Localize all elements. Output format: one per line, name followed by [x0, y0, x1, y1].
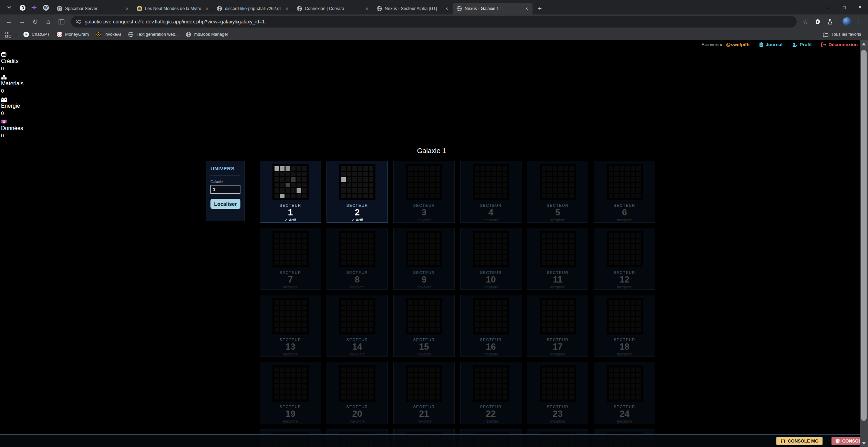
journal-link[interactable]: Journal	[759, 42, 783, 47]
sector-card-8[interactable]: SECTEUR 8 Inexploré	[327, 228, 388, 290]
sector-card-1[interactable]: SECTEUR 1 ✓Actif	[260, 161, 321, 223]
map-cell	[614, 317, 619, 321]
deconnexion-link[interactable]: Déconnexion	[821, 42, 858, 47]
tab-close-icon[interactable]: ×	[524, 6, 530, 12]
sector-card-9[interactable]: SECTEUR 9 Inexploré	[393, 228, 455, 290]
map-cell	[352, 183, 357, 187]
map-cell	[302, 244, 307, 249]
map-cell	[363, 322, 368, 327]
galaxie-input[interactable]	[210, 185, 240, 194]
bookmark-item[interactable]: InvokeAI	[92, 30, 125, 39]
map-cell	[547, 166, 552, 171]
address-bar[interactable]: galactic-pve-conquest-c7fe.dev.flatlogic…	[71, 16, 797, 28]
sector-card-7[interactable]: SECTEUR 7 Inexploré	[260, 228, 321, 290]
close-button[interactable]: ×	[852, 0, 868, 14]
map-cell	[297, 233, 301, 238]
extension-2-button[interactable]	[825, 17, 835, 27]
map-cell	[614, 384, 619, 389]
pinned-tab-1[interactable]	[17, 2, 28, 13]
console-adm-button[interactable]: CONSOLE ADM	[831, 437, 860, 445]
sector-card-17[interactable]: SECTEUR 17 Inexploré	[527, 295, 588, 357]
tab-5[interactable]: Nexus - Secteur Alpha [G1] ×	[373, 3, 453, 14]
page-scrollbar[interactable]	[860, 40, 868, 447]
map-cell	[609, 244, 613, 249]
tab-2[interactable]: Les Neuf Mondes de la Mythol ×	[133, 3, 213, 14]
sector-number: 22	[486, 409, 496, 419]
side-panel-button[interactable]	[55, 15, 68, 28]
pinned-tab-3[interactable]: W	[40, 2, 52, 13]
forward-button[interactable]: →	[16, 15, 28, 28]
tab-close-icon[interactable]: ×	[284, 6, 290, 12]
bookmark-item[interactable]: Text generation web...	[125, 30, 182, 39]
tab-close-icon[interactable]: ×	[124, 6, 130, 12]
map-cell	[280, 317, 285, 321]
sector-card-6[interactable]: SECTEUR 6 Inexploré	[594, 161, 655, 223]
minimize-button[interactable]: –	[820, 0, 836, 14]
bookmark-item[interactable]: mdBook Manager	[182, 30, 232, 39]
sector-card-5[interactable]: SECTEUR 5 Inexploré	[527, 161, 588, 223]
site-settings-icon[interactable]	[76, 19, 81, 24]
map-cell	[480, 317, 485, 321]
map-cell	[341, 395, 346, 400]
console-mg-button[interactable]: CONSOLE MG	[776, 437, 823, 445]
bookmark-item[interactable]: MoneyGram	[53, 30, 92, 39]
tab-1[interactable]: Spacebar Server ×	[53, 3, 133, 14]
sector-card-24[interactable]: SECTEUR 24 Inexploré	[594, 362, 655, 424]
tab-search-button[interactable]	[3, 2, 15, 12]
bookmark-star-button[interactable]: ☆	[800, 17, 810, 27]
bookmark-item[interactable]: ✳ ChatGPT	[20, 30, 53, 39]
sector-card-20[interactable]: SECTEUR 20 Inexploré	[327, 362, 388, 424]
url-text[interactable]: galactic-pve-conquest-c7fe.dev.flatlogic…	[85, 19, 265, 24]
sector-card-11[interactable]: SECTEUR 11 Inexploré	[527, 228, 588, 290]
home-button[interactable]: ⌂	[42, 15, 54, 28]
map-cell	[553, 300, 557, 305]
tab-4[interactable]: Connexion | Corvara ×	[293, 3, 373, 14]
sector-card-14[interactable]: SECTEUR 14 Inexploré	[327, 295, 388, 357]
sector-card-4[interactable]: SECTEUR 4 Inexploré	[460, 161, 521, 223]
apps-grid-icon[interactable]	[3, 30, 12, 39]
new-tab-button[interactable]: +	[535, 3, 545, 14]
scrollbar-thumb[interactable]	[861, 50, 867, 421]
profile-avatar[interactable]	[843, 17, 851, 26]
scrollbar-down-arrow[interactable]	[860, 439, 868, 447]
pinned-tab-2[interactable]	[28, 2, 40, 13]
sector-card-19[interactable]: SECTEUR 19 Inexploré	[260, 362, 321, 424]
map-cell	[352, 390, 357, 394]
sector-card-23[interactable]: SECTEUR 23 Inexploré	[527, 362, 588, 424]
profil-link[interactable]: Profil	[792, 42, 812, 47]
sector-card-12[interactable]: SECTEUR 12 Inexploré	[594, 228, 655, 290]
scrollbar-up-arrow[interactable]	[860, 40, 868, 48]
back-button[interactable]: ←	[3, 15, 15, 28]
all-bookmarks-button[interactable]: Tous les favoris	[819, 30, 865, 39]
tab-3[interactable]: discord-like-php-chat-7262.dev ×	[213, 3, 293, 14]
menu-kebab-button[interactable]: ⋮	[854, 17, 864, 27]
tab-close-icon[interactable]: ×	[444, 6, 450, 12]
map-cell	[352, 328, 357, 332]
sector-card-16[interactable]: SECTEUR 16 Inexploré	[460, 295, 521, 357]
sector-card-18[interactable]: SECTEUR 18 Inexploré	[594, 295, 655, 357]
sector-card-15[interactable]: SECTEUR 15 Inexploré	[393, 295, 455, 357]
sector-card-3[interactable]: SECTEUR 3 Inexploré	[393, 161, 455, 223]
sector-card-2[interactable]: SECTEUR 2 ✓Actif	[327, 161, 388, 223]
map-cell	[425, 384, 429, 389]
localiser-button[interactable]: Localiser	[210, 199, 240, 209]
sector-status: Inexploré	[283, 419, 298, 423]
map-cell	[564, 183, 568, 187]
map-cell	[430, 183, 435, 187]
reload-button[interactable]: ↻	[29, 15, 41, 28]
sector-card-10[interactable]: SECTEUR 10 Inexploré	[460, 228, 521, 290]
maximize-button[interactable]: □	[836, 0, 852, 14]
map-cell	[569, 183, 574, 187]
tab-close-icon[interactable]: ×	[204, 6, 210, 12]
map-cell	[547, 177, 552, 182]
map-cell	[280, 166, 285, 171]
map-cell	[547, 255, 552, 260]
map-cell	[609, 172, 613, 176]
sector-card-21[interactable]: SECTEUR 21 Inexploré	[393, 362, 455, 424]
extension-1-button[interactable]	[813, 17, 823, 27]
tab-6[interactable]: Nexus - Galaxie 1 ×	[453, 3, 533, 14]
map-cell	[286, 166, 290, 171]
sector-card-13[interactable]: SECTEUR 13 Inexploré	[260, 295, 321, 357]
tab-close-icon[interactable]: ×	[364, 6, 370, 12]
sector-card-22[interactable]: SECTEUR 22 Inexploré	[460, 362, 521, 424]
